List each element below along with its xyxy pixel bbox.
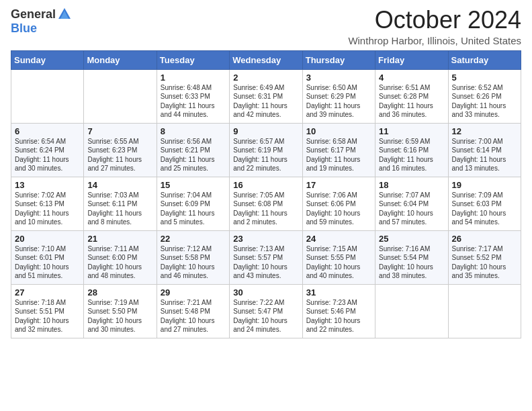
calendar-cell: 16Sunrise: 7:05 AMSunset: 6:08 PMDayligh… <box>230 177 302 230</box>
day-number: 8 <box>161 126 226 136</box>
calendar-cell: 20Sunrise: 7:10 AMSunset: 6:01 PMDayligh… <box>11 230 84 284</box>
day-number: 23 <box>233 234 298 244</box>
title-area: October 2024 Winthrop Harbor, Illinois, … <box>348 7 521 46</box>
calendar-cell: 17Sunrise: 7:06 AMSunset: 6:06 PMDayligh… <box>302 177 375 230</box>
day-info: Sunrise: 6:51 AMSunset: 6:28 PMDaylight:… <box>379 83 444 120</box>
day-info: Sunrise: 7:04 AMSunset: 6:09 PMDaylight:… <box>161 191 226 227</box>
calendar-week-row: 13Sunrise: 7:02 AMSunset: 6:13 PMDayligh… <box>11 177 521 230</box>
calendar-cell <box>448 284 521 338</box>
day-info: Sunrise: 7:03 AMSunset: 6:11 PMDaylight:… <box>87 191 152 227</box>
calendar-cell: 10Sunrise: 6:58 AMSunset: 6:17 PMDayligh… <box>302 123 375 177</box>
weekday-header: Thursday <box>302 50 375 69</box>
calendar-cell: 9Sunrise: 6:57 AMSunset: 6:19 PMDaylight… <box>230 123 302 177</box>
weekday-header: Monday <box>84 50 157 69</box>
day-info: Sunrise: 7:22 AMSunset: 5:47 PMDaylight:… <box>233 298 298 334</box>
calendar-cell: 29Sunrise: 7:21 AMSunset: 5:48 PMDayligh… <box>157 284 229 338</box>
logo-general-text: General <box>11 7 56 21</box>
logo-icon <box>57 7 72 21</box>
day-info: Sunrise: 6:54 AMSunset: 6:24 PMDaylight:… <box>15 137 80 173</box>
day-info: Sunrise: 7:05 AMSunset: 6:08 PMDaylight:… <box>233 191 298 227</box>
calendar-cell: 7Sunrise: 6:55 AMSunset: 6:23 PMDaylight… <box>84 123 157 177</box>
month-title: October 2024 <box>348 7 521 34</box>
calendar-cell: 12Sunrise: 7:00 AMSunset: 6:14 PMDayligh… <box>448 123 521 177</box>
day-info: Sunrise: 6:57 AMSunset: 6:19 PMDaylight:… <box>233 137 298 173</box>
day-info: Sunrise: 7:11 AMSunset: 6:00 PMDaylight:… <box>87 244 152 281</box>
location-title: Winthrop Harbor, Illinois, United States <box>348 35 521 46</box>
day-info: Sunrise: 6:48 AMSunset: 6:33 PMDaylight:… <box>161 83 226 120</box>
calendar-cell: 14Sunrise: 7:03 AMSunset: 6:11 PMDayligh… <box>84 177 157 230</box>
calendar-cell: 6Sunrise: 6:54 AMSunset: 6:24 PMDaylight… <box>11 123 84 177</box>
day-number: 29 <box>161 287 226 298</box>
calendar-cell <box>84 69 157 123</box>
day-info: Sunrise: 7:16 AMSunset: 5:54 PMDaylight:… <box>379 244 444 281</box>
calendar-cell <box>375 284 448 338</box>
day-number: 19 <box>452 180 517 190</box>
calendar-week-row: 6Sunrise: 6:54 AMSunset: 6:24 PMDaylight… <box>11 123 521 177</box>
day-number: 17 <box>306 180 371 190</box>
day-number: 30 <box>233 287 298 298</box>
day-number: 21 <box>87 234 152 244</box>
calendar-cell: 1Sunrise: 6:48 AMSunset: 6:33 PMDaylight… <box>157 69 229 123</box>
day-number: 24 <box>306 234 371 244</box>
day-info: Sunrise: 7:06 AMSunset: 6:06 PMDaylight:… <box>306 191 371 227</box>
calendar-table: SundayMondayTuesdayWednesdayThursdayFrid… <box>11 50 521 338</box>
day-info: Sunrise: 6:56 AMSunset: 6:21 PMDaylight:… <box>161 137 226 173</box>
day-number: 4 <box>379 73 444 83</box>
day-info: Sunrise: 6:59 AMSunset: 6:16 PMDaylight:… <box>379 137 444 173</box>
day-info: Sunrise: 7:18 AMSunset: 5:51 PMDaylight:… <box>15 298 80 334</box>
weekday-header: Friday <box>375 50 448 69</box>
calendar-cell: 18Sunrise: 7:07 AMSunset: 6:04 PMDayligh… <box>375 177 448 230</box>
day-number: 28 <box>87 287 152 298</box>
day-number: 31 <box>306 287 371 298</box>
calendar-cell: 26Sunrise: 7:17 AMSunset: 5:52 PMDayligh… <box>448 230 521 284</box>
day-info: Sunrise: 7:07 AMSunset: 6:04 PMDaylight:… <box>379 191 444 227</box>
calendar-cell: 31Sunrise: 7:23 AMSunset: 5:46 PMDayligh… <box>302 284 375 338</box>
day-info: Sunrise: 7:10 AMSunset: 6:01 PMDaylight:… <box>15 244 80 281</box>
day-number: 25 <box>379 234 444 244</box>
day-info: Sunrise: 7:23 AMSunset: 5:46 PMDaylight:… <box>306 298 371 334</box>
day-number: 1 <box>161 73 226 83</box>
day-number: 20 <box>15 234 80 244</box>
calendar-cell: 21Sunrise: 7:11 AMSunset: 6:00 PMDayligh… <box>84 230 157 284</box>
weekday-header: Wednesday <box>230 50 302 69</box>
logo: General <box>11 7 72 21</box>
day-info: Sunrise: 6:49 AMSunset: 6:31 PMDaylight:… <box>233 83 298 120</box>
day-number: 11 <box>379 126 444 136</box>
calendar-week-row: 1Sunrise: 6:48 AMSunset: 6:33 PMDaylight… <box>11 69 521 123</box>
calendar-cell <box>11 69 84 123</box>
header: General Blue October 2024 Winthrop Harbo… <box>11 7 521 46</box>
weekday-header: Saturday <box>448 50 521 69</box>
logo-area: General Blue <box>11 7 72 36</box>
calendar-week-row: 27Sunrise: 7:18 AMSunset: 5:51 PMDayligh… <box>11 284 521 338</box>
day-info: Sunrise: 7:09 AMSunset: 6:03 PMDaylight:… <box>452 191 517 227</box>
day-number: 18 <box>379 180 444 190</box>
calendar-cell: 30Sunrise: 7:22 AMSunset: 5:47 PMDayligh… <box>230 284 302 338</box>
day-number: 10 <box>306 126 371 136</box>
day-number: 15 <box>161 180 226 190</box>
calendar-cell: 23Sunrise: 7:13 AMSunset: 5:57 PMDayligh… <box>230 230 302 284</box>
weekday-header: Tuesday <box>157 50 229 69</box>
day-number: 3 <box>306 73 371 83</box>
day-info: Sunrise: 6:50 AMSunset: 6:29 PMDaylight:… <box>306 83 371 120</box>
day-number: 12 <box>452 126 517 136</box>
calendar-cell: 27Sunrise: 7:18 AMSunset: 5:51 PMDayligh… <box>11 284 84 338</box>
day-number: 14 <box>87 180 152 190</box>
calendar-cell: 24Sunrise: 7:15 AMSunset: 5:55 PMDayligh… <box>302 230 375 284</box>
day-number: 16 <box>233 180 298 190</box>
day-number: 7 <box>87 126 152 136</box>
day-info: Sunrise: 7:00 AMSunset: 6:14 PMDaylight:… <box>452 137 517 173</box>
day-info: Sunrise: 6:58 AMSunset: 6:17 PMDaylight:… <box>306 137 371 173</box>
calendar-cell: 19Sunrise: 7:09 AMSunset: 6:03 PMDayligh… <box>448 177 521 230</box>
day-info: Sunrise: 6:52 AMSunset: 6:26 PMDaylight:… <box>452 83 517 120</box>
logo-blue-text: Blue <box>11 21 37 36</box>
day-number: 2 <box>233 73 298 83</box>
day-number: 27 <box>15 287 80 298</box>
day-info: Sunrise: 7:17 AMSunset: 5:52 PMDaylight:… <box>452 244 517 281</box>
calendar-cell: 22Sunrise: 7:12 AMSunset: 5:58 PMDayligh… <box>157 230 229 284</box>
day-info: Sunrise: 7:02 AMSunset: 6:13 PMDaylight:… <box>15 191 80 227</box>
calendar-cell: 2Sunrise: 6:49 AMSunset: 6:31 PMDaylight… <box>230 69 302 123</box>
weekday-header: Sunday <box>11 50 84 69</box>
day-number: 5 <box>452 73 517 83</box>
calendar-cell: 4Sunrise: 6:51 AMSunset: 6:28 PMDaylight… <box>375 69 448 123</box>
calendar-cell: 11Sunrise: 6:59 AMSunset: 6:16 PMDayligh… <box>375 123 448 177</box>
